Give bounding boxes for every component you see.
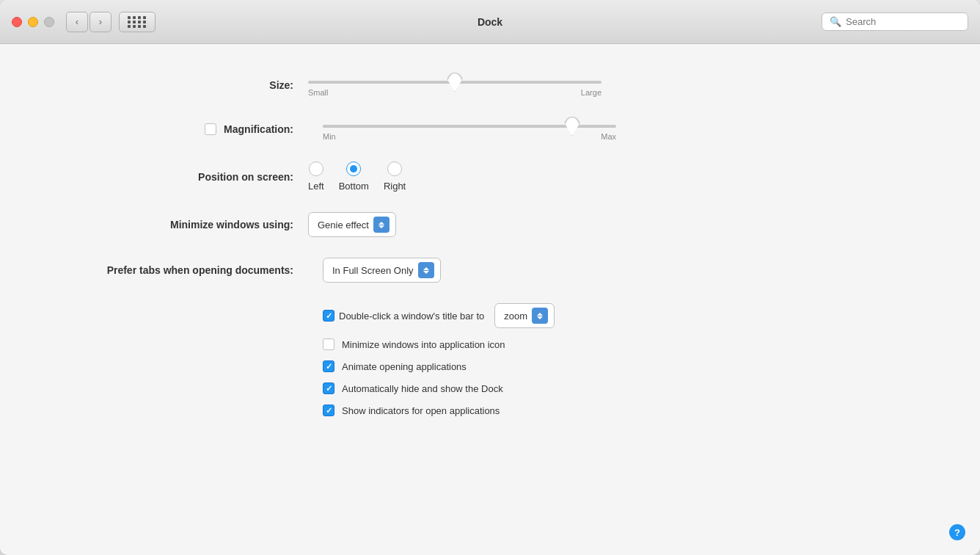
magnification-label: Magnification: bbox=[224, 123, 293, 135]
back-button[interactable]: ‹ bbox=[66, 12, 88, 32]
magnification-min-label: Min bbox=[323, 132, 336, 141]
grid-icon bbox=[128, 16, 147, 28]
dbl-arrow-up-icon bbox=[537, 313, 543, 316]
animate-row: Animate opening applications bbox=[323, 360, 936, 372]
forward-icon: › bbox=[99, 16, 102, 27]
checkboxes-section: Double-click a window's title bar to zoo… bbox=[323, 303, 936, 416]
content-area: Size: Small Large Magnification: bbox=[0, 44, 980, 555]
search-input[interactable] bbox=[846, 16, 960, 27]
arrow-down-icon bbox=[379, 225, 384, 228]
size-label: Size: bbox=[44, 79, 308, 91]
position-bottom-label: Bottom bbox=[339, 181, 369, 192]
position-bottom-radio[interactable] bbox=[346, 162, 361, 176]
prefer-tabs-row: Prefer tabs when opening documents: In F… bbox=[44, 258, 936, 283]
arrow-up-icon bbox=[379, 222, 384, 225]
double-click-row: Double-click a window's title bar to zoo… bbox=[323, 303, 936, 328]
magnification-row: Magnification: Min Max bbox=[44, 117, 936, 141]
forward-button[interactable]: › bbox=[89, 12, 111, 32]
prefer-tabs-arrow-up-icon bbox=[423, 267, 429, 270]
position-bottom-option[interactable]: Bottom bbox=[339, 162, 369, 192]
search-icon: 🔍 bbox=[830, 16, 841, 27]
size-slider-track[interactable] bbox=[308, 81, 601, 84]
size-small-label: Small bbox=[308, 88, 329, 97]
dbl-arrow-down-icon bbox=[537, 316, 543, 319]
show-indicators-row: Show indicators for open applications bbox=[323, 405, 936, 416]
fullscreen-button[interactable] bbox=[44, 17, 54, 27]
autohide-row: Automatically hide and show the Dock bbox=[323, 382, 936, 394]
minimize-icon-checkbox[interactable] bbox=[323, 338, 334, 350]
position-radio-group: Left Bottom Right bbox=[308, 162, 406, 192]
size-slider-container: Small Large bbox=[308, 73, 601, 97]
titlebar: ‹ › Dock 🔍 bbox=[0, 0, 980, 44]
search-box[interactable]: 🔍 bbox=[822, 12, 968, 31]
position-label: Position on screen: bbox=[44, 171, 308, 183]
position-right-option[interactable]: Right bbox=[384, 162, 406, 192]
show-indicators-label: Show indicators for open applications bbox=[342, 405, 500, 416]
minimize-select[interactable]: Genie effect bbox=[308, 212, 396, 237]
prefer-tabs-select[interactable]: In Full Screen Only bbox=[323, 258, 441, 283]
animate-label: Animate opening applications bbox=[342, 361, 467, 372]
prefer-tabs-label: Prefer tabs when opening documents: bbox=[44, 264, 308, 276]
prefer-tabs-arrow-down-icon bbox=[423, 271, 429, 274]
window-title: Dock bbox=[478, 16, 502, 28]
double-click-action-select[interactable]: zoom bbox=[494, 303, 555, 328]
position-right-radio[interactable] bbox=[387, 162, 402, 176]
prefer-tabs-select-arrows bbox=[418, 262, 434, 278]
magnification-max-label: Max bbox=[601, 132, 616, 141]
traffic-lights bbox=[12, 17, 54, 27]
minimize-row: Minimize windows using: Genie effect bbox=[44, 212, 936, 237]
magnification-label-area: Magnification: bbox=[44, 123, 308, 135]
magnification-slider-track[interactable] bbox=[323, 125, 616, 128]
magnification-fill bbox=[323, 125, 572, 128]
minimize-icon-label: Minimize windows into application icon bbox=[342, 339, 505, 350]
position-left-radio[interactable] bbox=[309, 162, 323, 176]
position-right-label: Right bbox=[384, 181, 406, 192]
magnification-checkbox[interactable] bbox=[205, 123, 216, 135]
grid-button[interactable] bbox=[119, 12, 156, 32]
animate-checkbox[interactable] bbox=[323, 360, 334, 372]
minimize-label: Minimize windows using: bbox=[44, 219, 308, 231]
double-click-action-value: zoom bbox=[504, 311, 527, 322]
prefer-tabs-select-value: In Full Screen Only bbox=[332, 265, 414, 276]
autohide-checkbox[interactable] bbox=[323, 382, 334, 394]
minimize-icon-row: Minimize windows into application icon bbox=[323, 338, 936, 350]
nav-buttons: ‹ › bbox=[66, 12, 111, 32]
back-icon: ‹ bbox=[76, 16, 78, 27]
close-button[interactable] bbox=[12, 17, 22, 27]
magnification-slider-container: Min Max bbox=[323, 117, 616, 141]
size-row: Size: Small Large bbox=[44, 73, 936, 97]
show-indicators-checkbox[interactable] bbox=[323, 405, 334, 416]
help-button[interactable]: ? bbox=[949, 524, 965, 540]
minimize-select-value: Genie effect bbox=[318, 220, 369, 231]
double-click-checkbox[interactable] bbox=[323, 310, 334, 322]
position-row: Position on screen: Left Bottom Right bbox=[44, 162, 936, 192]
double-click-label: Double-click a window's title bar to bbox=[339, 311, 484, 322]
autohide-label: Automatically hide and show the Dock bbox=[342, 383, 503, 394]
minimize-button[interactable] bbox=[28, 17, 38, 27]
position-left-label: Left bbox=[308, 181, 324, 192]
double-click-select-arrows bbox=[532, 308, 548, 324]
size-large-label: Large bbox=[581, 88, 601, 97]
minimize-select-arrows bbox=[373, 217, 390, 233]
position-left-option[interactable]: Left bbox=[308, 162, 324, 192]
